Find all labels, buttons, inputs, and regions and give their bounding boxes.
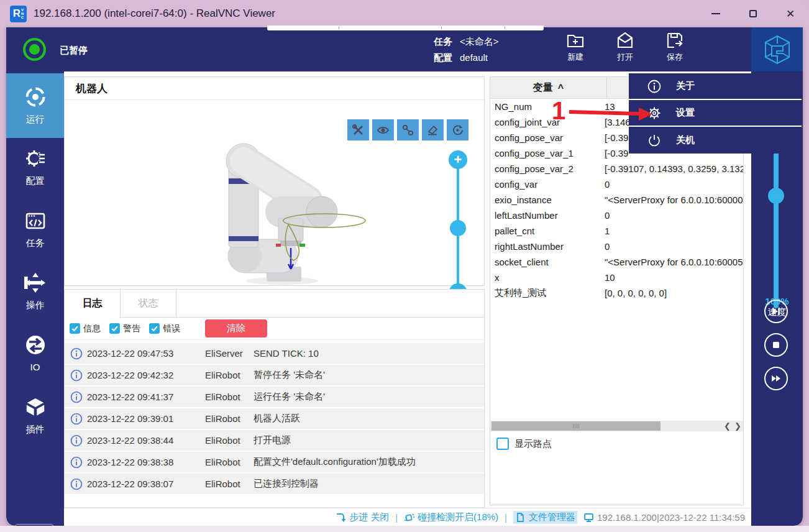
maximize-icon: [749, 10, 757, 17]
log-message: 暂停任务 '未命名': [254, 369, 325, 381]
sidebar-item-io[interactable]: IO: [6, 334, 64, 372]
variable-name: 艾利特_测试: [490, 287, 605, 299]
sidebar-item-label: 操作: [26, 300, 45, 311]
info-icon: [70, 347, 83, 360]
checkbox-unchecked-icon[interactable]: [496, 438, 509, 450]
sidebar-item-label: IO: [30, 362, 40, 372]
clear-log-button[interactable]: 清除: [205, 319, 267, 337]
log-filter-warning[interactable]: 警告: [109, 323, 140, 334]
menu-item-about[interactable]: 关于: [629, 73, 802, 100]
zoom-in-button[interactable]: +: [449, 150, 467, 169]
view-path-button[interactable]: [397, 119, 419, 140]
action-label: 打开: [617, 52, 633, 63]
variable-value: [-0.39: [605, 148, 628, 158]
log-message: 运行任务 '未命名': [254, 391, 325, 403]
view-erase-button[interactable]: [422, 119, 444, 140]
view-reset-button[interactable]: [447, 119, 468, 140]
variable-value: [3.146: [605, 117, 631, 127]
show-waypoints-toggle[interactable]: 显示路点: [496, 438, 552, 450]
variables-title: 变量: [533, 81, 553, 94]
task-code-icon: [24, 209, 47, 232]
variable-row[interactable]: 艾利特_测试[0, 0, 0, 0, 0, 0]: [490, 285, 743, 301]
sidebar-item-config[interactable]: 配置: [6, 147, 64, 187]
log-row: 2023-12-22 09:38:38EliRobot配置文件'default.…: [65, 452, 484, 472]
view-visibility-button[interactable]: [372, 119, 394, 140]
tab-status[interactable]: 状态: [121, 290, 176, 317]
scroll-left-button[interactable]: ❮: [722, 421, 733, 431]
variable-name: config_var: [490, 179, 605, 190]
filter-label: 信息: [83, 323, 101, 334]
view-tools-button[interactable]: [347, 119, 369, 140]
status-separator: |: [395, 512, 398, 523]
new-task-button[interactable]: 新建: [553, 30, 598, 69]
open-icon: [615, 30, 635, 50]
tab-log[interactable]: 日志: [65, 290, 121, 318]
variable-row[interactable]: config_var0: [490, 177, 743, 192]
log-filter-error[interactable]: 错误: [149, 323, 180, 334]
close-button[interactable]: ✕: [772, 0, 809, 27]
collision-icon: [404, 512, 414, 523]
fast-forward-button[interactable]: [764, 367, 788, 390]
variable-row[interactable]: x10: [490, 270, 743, 285]
collapse-chevron-icon[interactable]: ^: [558, 83, 564, 94]
variable-row[interactable]: pallet_cnt1: [490, 223, 743, 239]
tools-icon: [352, 124, 365, 137]
config-gear-icon: [24, 147, 47, 170]
info-icon: [647, 80, 661, 93]
collision-detect-status[interactable]: 碰撞检测开启(18%): [404, 511, 498, 523]
plugin-cube-icon: [24, 396, 47, 418]
log-source: EliRobot: [205, 435, 254, 446]
sidebar-item-operate[interactable]: 操作: [6, 272, 64, 311]
file-manager-button[interactable]: 文件管理器: [513, 511, 577, 524]
log-row: 2023-12-22 09:42:32EliRobot暂停任务 '未命名': [65, 365, 484, 385]
maximize-button[interactable]: [734, 0, 772, 27]
app-menu-button[interactable]: [751, 27, 803, 71]
sidebar-item-run[interactable]: 运行: [6, 73, 64, 138]
gear-icon: [647, 106, 661, 120]
sidebar-item-plugin[interactable]: 插件: [6, 396, 64, 436]
menu-item-shutdown[interactable]: 关机: [629, 127, 802, 154]
variable-name: config_pose_var: [490, 132, 605, 143]
task-value: <未命名>: [460, 36, 499, 47]
variable-row[interactable]: rightLastNumber0: [490, 239, 743, 254]
horizontal-scrollbar[interactable]: ❮ ❯: [490, 421, 743, 431]
checkbox-checked-icon[interactable]: [70, 323, 80, 334]
zoom-control: + −: [449, 150, 467, 306]
variable-value: 0: [605, 179, 610, 190]
speed-slider-track[interactable]: [774, 152, 779, 308]
variable-row[interactable]: socket_client"<ServerProxy for 6.0.0.10:…: [490, 254, 743, 270]
checkbox-checked-icon[interactable]: [109, 323, 120, 334]
log-row: 2023-12-22 09:47:53EliServerSEND TICK: 1…: [65, 343, 484, 364]
log-time: 2023-12-22 09:38:44: [87, 435, 205, 446]
scroll-right-button[interactable]: ❯: [733, 421, 743, 431]
variable-row[interactable]: exio_instance"<ServerProxy for 6.0.0.10:…: [490, 192, 743, 208]
filter-label: 警告: [123, 323, 140, 334]
robot-panel-title: 机器人: [65, 77, 484, 100]
stop-button[interactable]: [764, 333, 788, 357]
menu-item-settings[interactable]: 设置: [629, 100, 802, 127]
step-run-button[interactable]: [764, 300, 788, 323]
step-mode-status[interactable]: 步进 关闭: [336, 511, 389, 523]
vnc-toolbar-collapsed[interactable]: [267, 25, 544, 30]
variable-row[interactable]: config_pose_var_2[-0.39107, 0.14393, 0.3…: [490, 161, 743, 177]
scrollbar-thumb[interactable]: [491, 421, 660, 431]
task-label: 任务: [434, 36, 452, 47]
log-filter-info[interactable]: 信息: [70, 323, 101, 334]
run-status-text: 已暂停: [60, 45, 88, 57]
save-task-button[interactable]: 保存: [652, 30, 697, 69]
elite-robot-logo-icon: [763, 35, 792, 65]
log-row: 2023-12-22 09:38:44EliRobot打开电源: [65, 430, 484, 451]
info-icon: [70, 391, 83, 403]
speed-slider-thumb[interactable]: [768, 188, 784, 204]
variable-value: 0: [605, 210, 610, 221]
variable-row[interactable]: leftLastNumber0: [490, 208, 743, 223]
zoom-slider-thumb[interactable]: [450, 220, 466, 236]
log-row: 2023-12-22 09:41:37EliRobot运行任务 '未命名': [65, 387, 484, 407]
show-waypoints-label: 显示路点: [514, 438, 552, 450]
log-message: 机器人活跃: [254, 413, 300, 424]
open-task-button[interactable]: 打开: [603, 30, 647, 69]
minimize-button[interactable]: [697, 0, 734, 27]
checkbox-checked-icon[interactable]: [149, 323, 160, 334]
sidebar-item-label: 运行: [26, 114, 45, 126]
sidebar-item-task[interactable]: 任务: [6, 209, 64, 249]
